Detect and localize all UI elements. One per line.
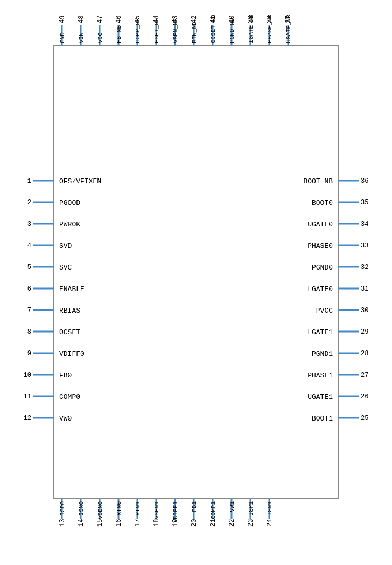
ic-diagram	[0, 0, 392, 565]
